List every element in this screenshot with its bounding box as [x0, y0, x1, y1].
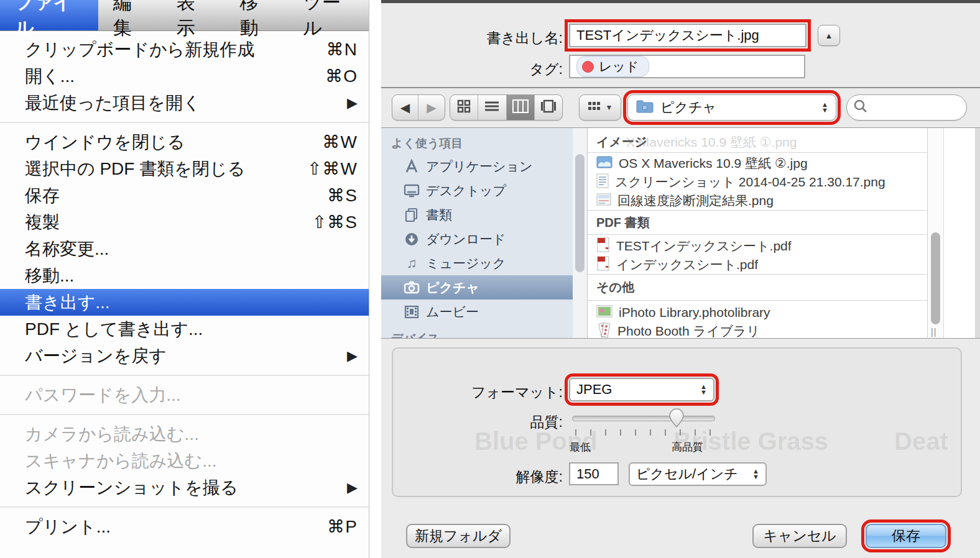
- back-button[interactable]: ◀: [392, 95, 418, 120]
- file-row-index-pdf[interactable]: インデックスシート.pdf: [588, 255, 927, 274]
- file-list-scrollbar[interactable]: [928, 128, 944, 338]
- file-row-iphoto-library[interactable]: iPhoto Library.photolibrary: [588, 303, 927, 322]
- list-view-button[interactable]: [478, 95, 506, 120]
- sidebar-item-applications[interactable]: アプリケーション: [381, 154, 573, 178]
- menubar-item-view[interactable]: 表示: [162, 0, 225, 30]
- section-header-other: その他: [588, 274, 927, 301]
- sidebar-item-desktop[interactable]: デスクトップ: [381, 178, 573, 203]
- quality-slider-track[interactable]: [572, 416, 715, 421]
- tags-label: タグ:: [418, 60, 563, 79]
- file-list: イメージ X Mavericks 10.9 壁紙 ①.png OS X Mave…: [588, 128, 928, 338]
- menubar-item-edit[interactable]: 編集: [98, 0, 162, 30]
- menu-item-close-selected-pdf[interactable]: 選択中の PDF 書類を閉じる ⇧⌘W: [0, 155, 369, 182]
- preview-column: [944, 128, 975, 338]
- arrange-menu-button[interactable]: ▼: [579, 94, 621, 121]
- quality-slider-thumb[interactable]: [668, 408, 685, 432]
- icon-view-icon: [457, 99, 471, 116]
- file-row-photo-booth[interactable]: Photo Booth ライブラリ: [588, 322, 927, 339]
- submenu-arrow-icon: ▶: [347, 348, 358, 364]
- section-header-images: イメージ X Mavericks 10.9 壁紙 ①.png: [588, 132, 927, 153]
- menu-item-duplicate[interactable]: 複製 ⇧⌘S: [0, 209, 369, 236]
- png-file-icon: [596, 193, 611, 209]
- devices-header: デバイス: [391, 331, 440, 339]
- resolution-label: 解像度:: [418, 467, 563, 487]
- applications-icon: [404, 158, 420, 175]
- menu-item-new-from-clipboard[interactable]: クリップボードから新規作成 ⌘N: [0, 36, 369, 63]
- collapse-arrow-icon: ▲: [825, 31, 833, 40]
- menu-separator: [0, 375, 369, 376]
- file-row-screenshot[interactable]: スクリーンショット 2014-04-25 21.30.17.png: [588, 173, 927, 191]
- menu-item-print[interactable]: プリント... ⌘P: [0, 513, 369, 540]
- screenshot-file-icon: [596, 173, 609, 191]
- menubar-item-go[interactable]: 移動: [224, 0, 288, 30]
- collapse-dialog-button[interactable]: ▲: [818, 25, 840, 46]
- menu-item-revert-to[interactable]: バージョンを戻す ▶: [0, 342, 369, 369]
- menu-item-export[interactable]: 書き出す...: [0, 289, 369, 316]
- file-menu: クリップボードから新規作成 ⌘N 開く... ⌘O 最近使った項目を開く ▶ ウ…: [0, 31, 369, 540]
- sidebar-item-music[interactable]: ♫ ミュージック: [381, 251, 573, 275]
- sidebar-item-downloads[interactable]: ダウンロード: [381, 227, 573, 251]
- sidebar: よく使う項目 アプリケーション デスクトップ 書類: [381, 128, 573, 338]
- tags-input[interactable]: レッド: [569, 55, 805, 78]
- sidebar-item-movies[interactable]: ムービー: [381, 300, 573, 324]
- sidebar-item-documents[interactable]: 書類: [381, 203, 573, 227]
- form-separator: [381, 87, 980, 88]
- menu-item-close-window[interactable]: ウインドウを閉じる ⌘W: [0, 129, 369, 155]
- menu-item-take-screenshot[interactable]: スクリーンショットを撮る ▶: [0, 474, 369, 501]
- save-button[interactable]: 保存: [866, 524, 946, 548]
- format-label: フォーマット:: [418, 383, 563, 402]
- new-folder-button[interactable]: 新規フォルダ: [406, 524, 511, 548]
- coverflow-view-button[interactable]: [534, 95, 562, 120]
- submenu-arrow-icon: ▶: [347, 95, 358, 111]
- pdf-file-icon: [596, 255, 610, 275]
- window-top-edge: [381, 0, 980, 3]
- menu-item-move-to[interactable]: 移動...: [0, 262, 369, 289]
- slider-tick: [665, 429, 666, 436]
- section-header-pdf: PDF 書類: [588, 210, 927, 235]
- back-icon: ◀: [400, 100, 410, 115]
- file-list-scrollbar-thumb[interactable]: [931, 232, 940, 324]
- menu-separator: [0, 414, 369, 415]
- dropdown-arrows-icon: ▲▼: [752, 469, 759, 480]
- column-view-button[interactable]: [506, 95, 534, 120]
- photo-booth-icon: [596, 322, 611, 339]
- file-row-speedtest[interactable]: 回線速度診断測定結果.png: [588, 191, 927, 210]
- camera-icon: [404, 280, 420, 296]
- resolution-unit-dropdown[interactable]: ピクセル/インチ ▲▼: [629, 462, 767, 486]
- menu-item-import-from-camera: カメラから読み込む...: [0, 421, 369, 447]
- downloads-icon: [404, 231, 420, 247]
- forward-icon: ▶: [427, 100, 436, 115]
- tag-red[interactable]: レッド: [576, 56, 649, 77]
- menu-item-open-recent[interactable]: 最近使った項目を開く ▶: [0, 89, 369, 116]
- dropdown-arrows-icon: ▲▼: [700, 384, 707, 395]
- export-name-input[interactable]: TESTインデックスシート.jpg: [569, 24, 807, 47]
- export-dialog: 書き出し名: TESTインデックスシート.jpg ▲ タグ: レッド ◀ ▶: [381, 0, 980, 558]
- dropdown-arrows-icon: ▲▼: [821, 102, 828, 113]
- cancel-button[interactable]: キャンセル: [752, 524, 847, 548]
- search-field[interactable]: [846, 94, 967, 121]
- column-resize-handle[interactable]: ||: [931, 327, 936, 337]
- menu-item-open[interactable]: 開く... ⌘O: [0, 63, 369, 89]
- sidebar-scrollbar[interactable]: [573, 128, 588, 338]
- format-dropdown[interactable]: JPEG ▲▼: [569, 378, 714, 401]
- sidebar-scrollbar-thumb[interactable]: [575, 154, 585, 272]
- menubar-item-file[interactable]: ファイル: [0, 0, 98, 30]
- caret-down-icon: ▼: [606, 103, 613, 112]
- forward-button[interactable]: ▶: [418, 95, 445, 120]
- resolution-input[interactable]: 150: [569, 462, 619, 485]
- background-wallpaper-text: Deat: [894, 428, 948, 455]
- menu-item-save[interactable]: 保存 ⌘S: [0, 182, 369, 209]
- menubar-item-tools[interactable]: ツール: [288, 0, 369, 30]
- menu-item-rename[interactable]: 名称変更...: [0, 236, 369, 262]
- file-row-wallpaper2[interactable]: OS X Mavericks 10.9 壁紙 ②.jpg: [588, 154, 927, 173]
- icon-view-button[interactable]: [450, 95, 478, 120]
- location-dropdown[interactable]: ピクチャ ▲▼: [627, 94, 836, 121]
- menu-item-import-from-scanner: スキャナから読み込む...: [0, 447, 369, 474]
- menu-item-export-as-pdf[interactable]: PDF として書き出す...: [0, 316, 369, 342]
- menu-separator: [0, 506, 369, 508]
- menu-separator: [0, 122, 369, 123]
- slider-tick: [590, 429, 591, 436]
- slider-tick: [695, 429, 696, 436]
- sidebar-item-pictures[interactable]: ピクチャ: [381, 275, 573, 300]
- file-row-test-index-pdf[interactable]: TESTインデックスシート.pdf: [588, 237, 927, 255]
